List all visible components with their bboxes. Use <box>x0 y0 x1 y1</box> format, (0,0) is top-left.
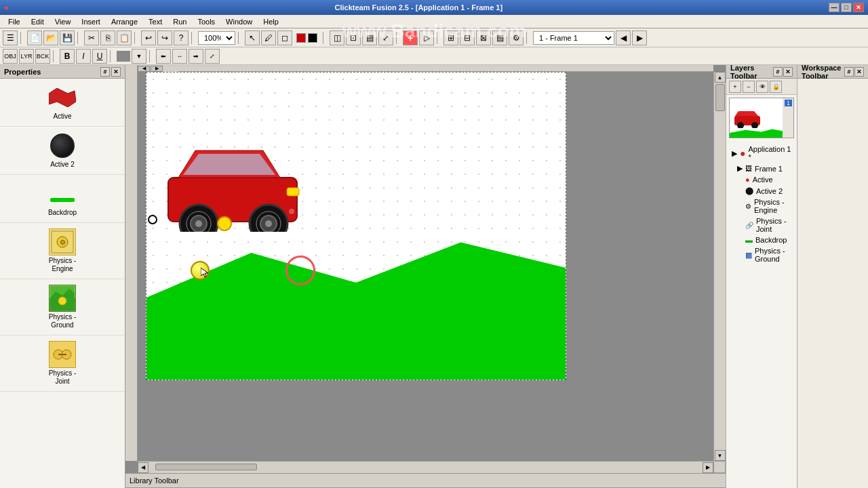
tb-frame-next[interactable]: ▶ <box>632 30 647 45</box>
nav-left[interactable]: ◀ <box>138 66 150 72</box>
properties-pin[interactable]: # <box>100 67 110 77</box>
menu-file[interactable]: File <box>3 15 26 28</box>
tb2-layer[interactable]: LYR <box>19 49 34 64</box>
layers-eye[interactable]: 👁 <box>756 81 768 93</box>
tb-props[interactable]: ⚙ <box>509 30 524 45</box>
canvas-area[interactable]: ... ▲ ▼ ◀ <box>125 65 726 473</box>
center-col: ... ▲ ▼ ◀ <box>125 65 726 488</box>
tb2-align-c[interactable]: ↔ <box>172 49 187 64</box>
menu-edit[interactable]: Edit <box>26 15 50 28</box>
tb2-back[interactable]: BCK <box>35 49 50 64</box>
tb2-italic[interactable]: I <box>76 49 91 64</box>
obj-phys-engine[interactable]: ⚙ Physics -Engine <box>0 223 125 279</box>
frame-select[interactable]: 1 - Frame 1 <box>533 31 614 45</box>
svg-point-16 <box>195 220 202 227</box>
maximize-button[interactable]: □ <box>841 3 852 12</box>
scroll-thumb-h[interactable] <box>155 464 257 470</box>
workspace-close[interactable]: ✕ <box>854 67 864 77</box>
tb-frame-prev[interactable]: ◀ <box>616 30 631 45</box>
workspace-pin[interactable]: # <box>844 67 854 77</box>
tree-phys-ground[interactable]: ▩ Physics - Ground <box>729 245 794 264</box>
tb-redo[interactable]: ↪ <box>157 30 172 45</box>
main-area: Properties # ✕ Active Active 2 <box>0 65 868 488</box>
tb2-bold[interactable]: B <box>60 49 75 64</box>
menu-view[interactable]: View <box>50 15 77 28</box>
properties-close[interactable]: ✕ <box>111 67 121 77</box>
tb2-obj[interactable]: OBJ <box>3 49 18 64</box>
color-swatch-red[interactable] <box>296 33 306 43</box>
tree-backdrop[interactable]: ▬ Backdrop <box>729 235 794 245</box>
scroll-down[interactable]: ▼ <box>715 450 726 461</box>
tb-paint[interactable]: 🖊 <box>261 30 276 45</box>
obj-active[interactable]: Active <box>0 79 125 127</box>
scroll-thumb-v[interactable] <box>715 84 725 111</box>
obj-phys-joint[interactable]: Physics -Joint <box>0 336 125 392</box>
sep12 <box>149 50 153 62</box>
obj-active2[interactable]: Active 2 <box>0 127 125 175</box>
tb-pointer[interactable]: ↖ <box>245 30 260 45</box>
tb2-align-r[interactable]: ➡ <box>189 49 203 64</box>
menu-window[interactable]: Window <box>220 15 258 28</box>
tree-phys-engine[interactable]: ⚙ Physics - Engine <box>729 197 794 216</box>
svg-point-24 <box>218 217 231 230</box>
scroll-track-v[interactable] <box>715 83 725 450</box>
tb-events[interactable]: ⊠ <box>476 30 491 45</box>
tb-help[interactable]: ? <box>174 30 189 45</box>
layers-lock[interactable]: 🔒 <box>770 81 782 93</box>
phys-engine-svg: ⚙ <box>50 230 75 254</box>
tb-cut[interactable]: ✂ <box>84 30 99 45</box>
tree-active[interactable]: ● Active <box>729 174 794 185</box>
layers-add[interactable]: + <box>729 81 741 93</box>
tb-storyboard[interactable]: ⊞ <box>443 30 458 45</box>
tree-active2[interactable]: ⬤ Active 2 <box>729 185 794 197</box>
tb-menu-icon[interactable]: ☰ <box>3 30 18 45</box>
menu-arrange[interactable]: Arrange <box>106 15 143 28</box>
tree-frame[interactable]: ▶ 🖼 Frame 1 <box>729 163 794 174</box>
tb-align-right[interactable]: ▤ <box>362 30 377 45</box>
tb2-resize2[interactable]: ⤢ <box>205 49 220 64</box>
tb-align-left[interactable]: ◫ <box>330 30 344 45</box>
tb-save[interactable]: 💾 <box>60 30 75 45</box>
menu-help[interactable]: Help <box>258 15 284 28</box>
tb-paste[interactable]: 📋 <box>117 30 132 45</box>
tb-align-center[interactable]: ⊡ <box>346 30 361 45</box>
color-swatch-black[interactable] <box>308 33 317 43</box>
nav-right[interactable]: ▶ <box>151 66 163 72</box>
color-swatches <box>296 33 317 43</box>
menu-text[interactable]: Text <box>143 15 167 28</box>
tb-copy[interactable]: ⎘ <box>100 30 115 45</box>
menu-run[interactable]: Run <box>167 15 192 28</box>
layers-pin[interactable]: # <box>773 67 783 77</box>
tb-resize[interactable]: ⤢ <box>378 30 393 45</box>
menu-tools[interactable]: Tools <box>192 15 220 28</box>
close-button[interactable]: ✕ <box>853 3 864 12</box>
scroll-right[interactable]: ▶ <box>703 462 713 473</box>
scroll-track-h[interactable] <box>149 464 703 472</box>
layers-close[interactable]: ✕ <box>783 67 793 77</box>
tree-app[interactable]: ▶ ● Application 1 * <box>729 144 794 163</box>
menu-insert[interactable]: Insert <box>76 15 106 28</box>
tb-add-obj[interactable]: + <box>403 30 418 45</box>
obj-backdrop[interactable]: Backdrop <box>0 175 125 223</box>
active2-label: Active 2 <box>50 161 75 169</box>
tb-new[interactable]: 📄 <box>27 30 42 45</box>
layers-del[interactable]: − <box>743 81 755 93</box>
tb2-palette[interactable]: ▼ <box>132 49 146 64</box>
scroll-up[interactable]: ▲ <box>715 72 726 83</box>
obj-phys-ground[interactable]: Physics -Ground <box>0 279 125 336</box>
tb-erase[interactable]: ◻ <box>277 30 292 45</box>
tb-event-list[interactable]: ▤ <box>492 30 507 45</box>
car-svg <box>155 144 311 232</box>
tb2-align-l[interactable]: ⬅ <box>156 49 171 64</box>
tb2-underline[interactable]: U <box>92 49 107 64</box>
active-label: Active <box>53 113 71 121</box>
tb-undo[interactable]: ↩ <box>141 30 156 45</box>
minimize-button[interactable]: — <box>829 3 840 12</box>
tb-frame[interactable]: ⊟ <box>460 30 475 45</box>
scroll-left[interactable]: ◀ <box>138 462 149 473</box>
tb-run[interactable]: ▷ <box>419 30 434 45</box>
tb-open[interactable]: 📂 <box>43 30 58 45</box>
zoom-select[interactable]: 100%50%200% <box>198 31 235 45</box>
tree-phys-joint[interactable]: 🔗 Physics - Joint <box>729 216 794 235</box>
fill-swatch[interactable] <box>117 51 130 62</box>
